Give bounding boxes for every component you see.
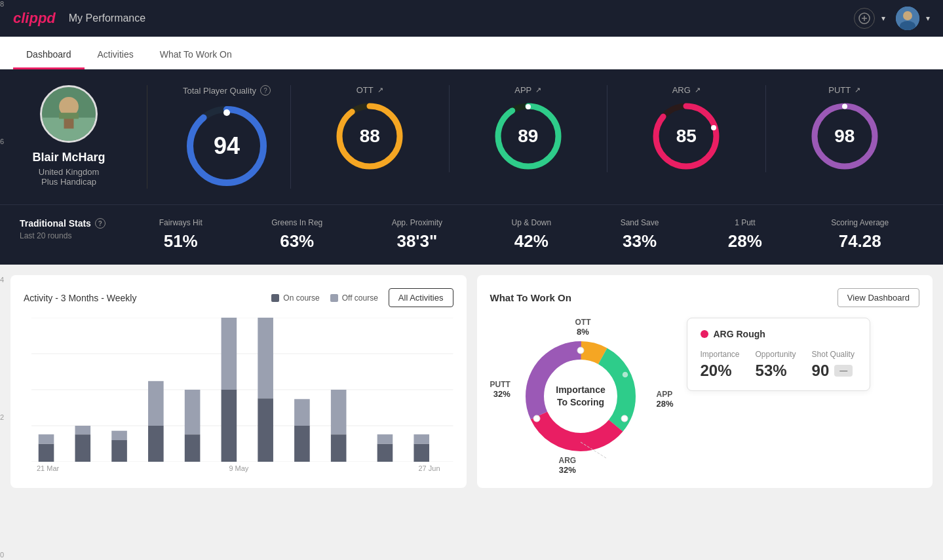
stat-up-down: Up & Down 42% bbox=[512, 218, 552, 252]
view-dashboard-button[interactable]: View Dashboard bbox=[837, 288, 919, 307]
stat-app-proximity: App. Proximity 38'3" bbox=[392, 218, 442, 252]
what-to-work-on-panel: What To Work On View Dashboard OTT 8% AP… bbox=[477, 275, 933, 488]
stat-proximity-label: App. Proximity bbox=[392, 218, 442, 227]
tab-dashboard[interactable]: Dashboard bbox=[13, 40, 85, 69]
add-chevron-icon: ▾ bbox=[881, 14, 885, 23]
panel-header: What To Work On View Dashboard bbox=[490, 288, 920, 307]
arg-value: 85 bbox=[676, 126, 697, 147]
profile-country: United Kingdom bbox=[39, 167, 100, 177]
arg-arrow-icon: ↗ bbox=[695, 86, 701, 94]
tab-what-to-work-on[interactable]: What To Work On bbox=[147, 40, 245, 69]
opportunity-value: 53% bbox=[756, 362, 796, 380]
putt-value: 98 bbox=[834, 126, 855, 147]
stats-label-section: Traditional Stats ? Last 20 rounds bbox=[20, 218, 125, 240]
ott-ring: 88 bbox=[334, 100, 406, 172]
svg-point-13 bbox=[223, 109, 230, 116]
importance-label: Importance bbox=[701, 350, 740, 359]
svg-rect-36 bbox=[148, 426, 164, 462]
all-activities-button[interactable]: All Activities bbox=[389, 288, 453, 307]
legend-off-course-label: Off course bbox=[342, 293, 378, 303]
chart-x-axis: 21 Mar 9 May 27 Jun bbox=[24, 464, 453, 472]
svg-rect-30 bbox=[39, 444, 54, 462]
chart-y-axis: 02468 bbox=[0, 0, 4, 498]
nav-title: My Performance bbox=[69, 12, 145, 24]
svg-rect-35 bbox=[111, 431, 127, 440]
score-card-app: APP ↗ 89 bbox=[450, 85, 608, 172]
stat-sand-save: Sand Save 33% bbox=[621, 218, 659, 252]
app-ring: 89 bbox=[492, 100, 564, 172]
tab-bar: Dashboard Activities What To Work On bbox=[0, 37, 943, 69]
svg-rect-43 bbox=[258, 318, 273, 398]
svg-rect-39 bbox=[185, 390, 201, 434]
score-label-app: APP ↗ bbox=[514, 85, 541, 95]
svg-point-60 bbox=[577, 347, 584, 354]
svg-text:Importance: Importance bbox=[556, 384, 606, 395]
stats-items: Fairways Hit 51% Greens In Reg 63% App. … bbox=[125, 218, 923, 252]
legend-on-course: On course bbox=[271, 293, 319, 303]
stat-1-putt: 1 Putt 28% bbox=[728, 218, 762, 252]
shot-quality-value: 90 bbox=[812, 362, 830, 380]
stat-proximity-value: 38'3" bbox=[396, 231, 437, 252]
chart-header: Activity - 3 Months - Weekly On course O… bbox=[24, 288, 453, 307]
score-label-ott: OTT ↗ bbox=[356, 85, 383, 95]
score-label-arg: ARG ↗ bbox=[672, 85, 701, 95]
svg-rect-48 bbox=[377, 444, 393, 462]
chart-svg bbox=[31, 318, 453, 462]
stat-scoring-value: 74.28 bbox=[839, 231, 881, 252]
svg-rect-51 bbox=[414, 434, 429, 443]
donut-label-app: APP 28% bbox=[656, 390, 673, 409]
stat-fairways-value: 51% bbox=[164, 231, 198, 252]
x-label-jun: 27 Jun bbox=[418, 464, 440, 472]
donut-label-putt: PUTT 32% bbox=[490, 380, 510, 399]
hero-section: Blair McHarg United Kingdom Plus Handica… bbox=[0, 69, 943, 204]
info-metric-importance: Importance 20% bbox=[701, 350, 740, 380]
stat-updown-label: Up & Down bbox=[512, 218, 552, 227]
avatar-chevron-icon: ▾ bbox=[926, 14, 930, 23]
total-quality-label: Total Player Quality ? bbox=[183, 85, 271, 96]
svg-rect-41 bbox=[221, 318, 237, 390]
x-label-may: 9 May bbox=[229, 464, 248, 472]
svg-rect-50 bbox=[414, 444, 429, 462]
stats-help-icon[interactable]: ? bbox=[95, 218, 106, 229]
logo: clippd bbox=[13, 10, 56, 27]
stat-scoring-label: Scoring Average bbox=[831, 218, 889, 227]
info-card-metrics: Importance 20% Opportunity 53% Shot Qual… bbox=[701, 350, 856, 380]
svg-rect-33 bbox=[75, 426, 90, 434]
stat-greens-label: Greens In Reg bbox=[271, 218, 322, 227]
svg-rect-44 bbox=[294, 426, 310, 462]
svg-rect-34 bbox=[111, 440, 127, 462]
profile-section: Blair McHarg United Kingdom Plus Handica… bbox=[20, 85, 131, 187]
svg-point-24 bbox=[842, 104, 847, 109]
svg-rect-40 bbox=[221, 390, 237, 462]
opportunity-label: Opportunity bbox=[756, 350, 796, 359]
add-button[interactable] bbox=[854, 8, 875, 29]
add-button-group[interactable]: ▾ bbox=[854, 8, 885, 29]
total-quality-value: 94 bbox=[214, 132, 240, 160]
stat-fairways-hit: Fairways Hit 51% bbox=[159, 218, 202, 252]
divider-vertical bbox=[147, 85, 147, 189]
svg-rect-46 bbox=[331, 434, 347, 462]
info-metric-opportunity: Opportunity 53% bbox=[756, 350, 796, 380]
chart-title: Activity - 3 Months - Weekly bbox=[24, 293, 136, 303]
stat-1putt-label: 1 Putt bbox=[735, 218, 755, 227]
ott-arrow-icon: ↗ bbox=[377, 86, 383, 94]
svg-point-4 bbox=[903, 11, 912, 20]
svg-rect-47 bbox=[331, 390, 347, 434]
profile-avatar bbox=[40, 85, 98, 143]
donut-section: OTT 8% APP 28% ARG 32% PUTT 32% bbox=[490, 318, 920, 475]
score-card-putt: PUTT ↗ 98 bbox=[766, 85, 924, 172]
total-quality-help-icon[interactable]: ? bbox=[260, 85, 271, 96]
x-label-mar: 21 Mar bbox=[37, 464, 59, 472]
tab-activities[interactable]: Activities bbox=[85, 40, 147, 69]
scores-section: OTT ↗ 88 APP ↗ bbox=[291, 85, 923, 172]
legend-off-course-dot bbox=[330, 294, 338, 302]
shot-quality-badge: — bbox=[834, 365, 853, 377]
shot-quality-label: Shot Quality bbox=[812, 350, 855, 359]
stat-sand-label: Sand Save bbox=[621, 218, 659, 227]
svg-rect-10 bbox=[59, 113, 79, 119]
avatar-group[interactable]: ▾ bbox=[896, 7, 930, 30]
info-card: ARG Rough Importance 20% Opportunity 53%… bbox=[687, 318, 870, 391]
donut-chart-area: OTT 8% APP 28% ARG 32% PUTT 32% bbox=[490, 318, 674, 475]
info-card-title: ARG Rough bbox=[701, 329, 856, 339]
putt-ring: 98 bbox=[809, 100, 881, 172]
